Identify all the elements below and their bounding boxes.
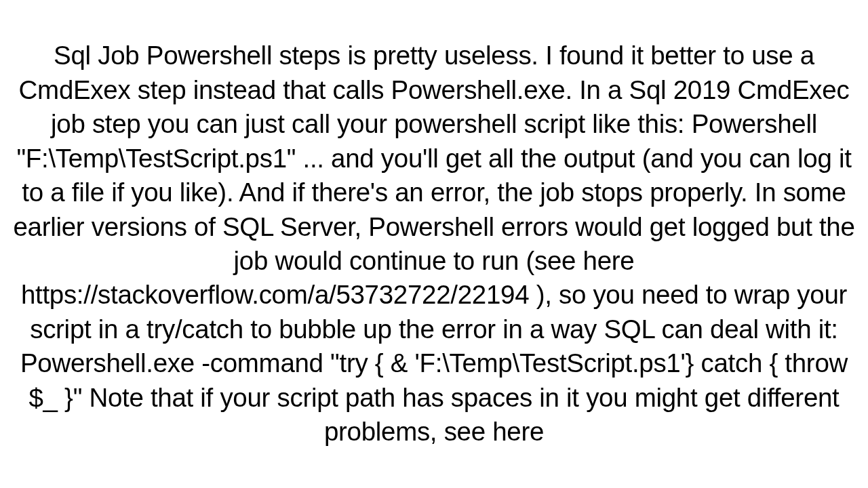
document-body: Sql Job Powershell steps is pretty usele…	[7, 39, 861, 449]
paragraph-text: Sql Job Powershell steps is pretty usele…	[13, 41, 854, 446]
